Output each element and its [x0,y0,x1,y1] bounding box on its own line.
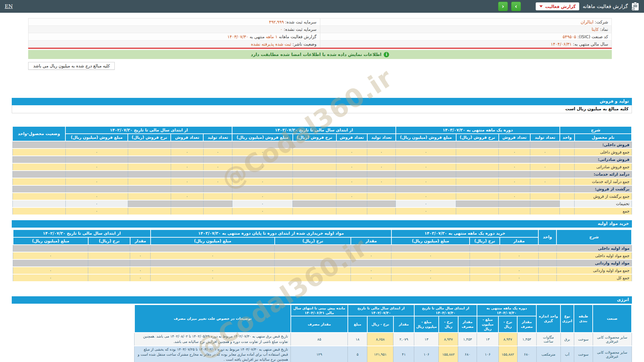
report-type-label: گزارش فعالیت [545,4,576,9]
data-cell [499,156,530,163]
data-cell [151,245,275,252]
sum-row-domestic-sales: جمع فروش داخلی۰۰۰۰۰۰۰۰۰ [12,148,632,156]
previous-report-button[interactable]: ‹ [498,2,508,11]
category-cell: مواد اولیه وارداتی [556,259,632,267]
column-header: دوره یک ماهه منتهی به ۱۴۰۳/۰۷/۳۰ [477,305,536,316]
category-cell: مواد اولیه داخلی [556,245,632,252]
data-cell [530,193,560,200]
data-cell [232,171,292,178]
data-cell [88,252,130,259]
column-header: مقدار [351,237,391,245]
info-icon: i [384,52,389,57]
company-label: شرکت: [595,19,608,24]
data-cell [128,148,171,156]
report-type-dropdown[interactable]: گزارش فعالیت [536,2,579,10]
data-cell [275,274,351,282]
category-row-services: درآمد ارائه خدمات: [12,171,632,178]
data-cell [396,185,456,193]
data-cell: مگاوات ساعت [536,333,560,346]
row-name-cell: جمع برگشت از فروش [575,193,632,200]
data-cell [275,267,351,274]
data-cell: ۰ [500,274,538,282]
registered-capital-value: ۴۹۲,۹۹۹ [269,19,284,24]
sum-row-sales-returns: جمع برگشت از فروش۰۰۰۰۰۰ [12,193,632,200]
data-cell [275,259,351,267]
row-name-cell: تخفیفات [575,200,632,207]
data-cell: ۲,۰۷۹ [393,333,414,346]
row-grand-total: جمع۰۰۰ [12,207,632,215]
data-cell [151,259,275,267]
report-period-mid: منتهی به [250,34,265,39]
report-period-length: ۱ ماهه [266,34,278,39]
column-header: مبلغ (میلیون ریال) [391,237,470,245]
data-cell [336,141,367,148]
data-cell: ۰ [396,193,456,200]
data-cell [396,156,456,163]
column-header: از ابتدای سال مالی تا تاریخ ۱۴۰۲/۰۷/۳۰ [65,126,232,134]
page: گزارش فعالیت ماهانه گزارش فعالیت › ‹ EN … [0,0,644,362]
data-cell [88,274,130,282]
data-cell [203,185,232,193]
next-report-button[interactable]: › [511,2,521,11]
data-cell [538,245,556,252]
column-header: واحد اندازه گیری [536,305,560,333]
data-cell: ۰ [203,163,232,171]
data-cell [560,185,575,193]
category-row-domestic-materials: مواد اولیه داخلی [13,245,632,252]
data-cell [65,141,128,148]
signed-info-banner: i اطلاعات نمایش داده شده با اطلاعات امضا… [28,50,612,59]
data-cell [391,259,470,267]
column-header: طبقه بندی [574,305,593,333]
data-cell: ۰ [171,178,203,185]
column-header: از ابتدای سال مالی تا تاریخ ۱۴۰۳/۰۷/۳۰ [414,305,477,316]
data-cell [499,200,530,207]
data-cell [500,245,538,252]
data-cell: ۰ [13,274,88,282]
data-cell: ۰ [130,267,151,274]
data-cell [65,171,128,178]
data-cell [293,207,336,215]
data-cell [560,193,575,200]
data-cell [470,245,500,252]
data-cell [530,200,560,207]
issuer-status-field: وضعیت ناشر: ثبت شده پذیرفته نشده [29,41,320,49]
sum-row-domestic-materials: جمع مواد اولیه داخلی۰۰۰۰۰۰ [13,252,632,259]
data-cell [171,185,203,193]
data-cell [232,185,292,193]
report-period-prefix: گزارش فعالیت ماهانه [279,34,316,39]
registered-capital-field: سرمایه ثبت شده: ۴۹۲,۹۹۹ [29,18,320,26]
column-header: مبلغ فروش (میلیون ریال) [396,134,456,141]
data-cell [456,148,499,156]
column-header: نرخ (ریال) [88,237,130,245]
data-cell: ۱,۴۵۳ [458,333,477,346]
issuer-status-value: ثبت شده پذیرفته نشده [251,42,291,47]
column-header: نرخ فروش (ریال) [293,134,336,141]
data-cell: ۰ [336,193,367,200]
registered-capital-label: سرمایه ثبت شده: [285,19,316,24]
data-cell: ۰ [171,148,203,156]
data-cell: ۰ [367,163,396,171]
data-cell [456,193,499,200]
chevron-down-icon [539,5,543,7]
column-header: تعداد فروش [336,134,367,141]
data-cell: سوخت [574,346,593,362]
data-cell [203,193,232,200]
data-cell: ۱۰۶ [414,346,439,362]
fiscal-year-label: سال مالی منتهی به: [573,42,608,47]
data-cell [367,141,396,148]
data-cell [538,259,556,267]
language-switch-en[interactable]: EN [5,3,13,9]
column-header: نرخ (ریال) [470,237,500,245]
data-cell: ۰ [232,163,292,171]
data-cell [171,207,203,215]
row-name-cell: جمع مواد اولیه وارداتی [556,267,632,274]
data-cell [530,185,560,193]
data-cell [293,163,336,171]
column-header: مانده پیش بینی تا انتهای سال مالی ۱۴۰۳/۰… [291,305,348,316]
top-bar: گزارش فعالیت ماهانه گزارش فعالیت › ‹ EN [0,0,644,13]
data-cell [499,207,530,215]
data-cell [336,185,367,193]
data-cell [499,171,530,178]
report-period-date: ۱۴۰۳/۰۷/۳۰ [227,34,248,39]
header-row: صنعتطبقه بندینوع انرژیواحد اندازه گیریدو… [135,305,632,316]
